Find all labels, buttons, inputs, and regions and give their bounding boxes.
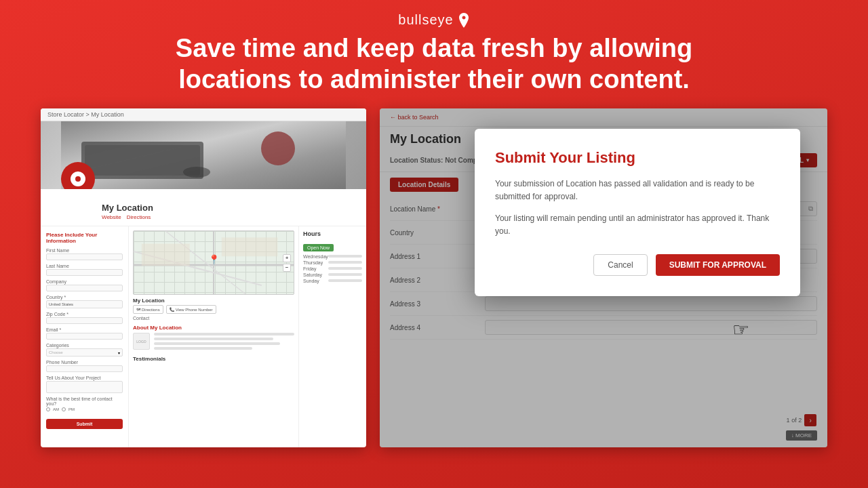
location-header: My Location Website Directions [41,189,366,226]
zoom-out-button[interactable]: − [283,264,291,272]
hours-row-sun: Sunday [303,279,362,283]
lp-body: Please Include Your Information First Na… [41,226,366,447]
modal-text-1: Your submission of Location has passed a… [495,178,780,203]
phone-field: Phone Number [46,360,123,372]
email-label: Email * [46,327,123,332]
zip-label: Zip Code * [46,312,123,317]
pin-icon [458,13,470,28]
phone-label: View Phone Number [176,308,213,312]
contact-label: Contact [133,316,294,321]
modal-text-2: Your listing will remain pending until a… [495,212,780,238]
hours-time-sun [328,279,362,282]
phone-icon: 📞 [170,307,174,312]
project-label: Tell Us About Your Project [46,375,123,380]
hours-time-sat [328,273,362,276]
first-name-input[interactable] [46,253,123,260]
phone-input[interactable] [46,365,123,372]
first-name-label: First Name [46,248,123,253]
directions-icon: 🗺 [136,308,140,312]
left-panel: Store Locator > My Location [41,108,366,447]
categories-label: Categories [46,343,123,348]
phone-label: Phone Number [46,360,123,365]
form-title: Please Include Your Information [46,232,123,244]
hours-row-sat: Saturday [303,272,362,277]
about-logo: LOGO [133,333,150,350]
map-widget[interactable]: 📍 + − [133,230,294,295]
modal-overlay: Submit Your Listing Your submission of L… [380,108,827,447]
company-field: Company [46,279,123,291]
hours-time-thu [328,261,362,264]
day-wed: Wednesday [303,254,328,259]
categories-select[interactable]: Choose ▾ [46,348,123,357]
location-name-left: My Location [102,203,359,213]
am-label: AM [53,407,59,411]
right-panel: ← back to Search My Location Location St… [380,108,827,447]
map-area: 📍 + − My Location 🗺 Directions 📞 View Ph… [129,226,298,447]
day-fri: Friday [303,266,316,271]
open-badge: Open Now [303,244,334,251]
website-link[interactable]: Website [102,214,121,220]
categories-field: Categories Choose ▾ [46,343,123,357]
text-line-2 [154,338,273,340]
hours-time-wed [328,255,362,258]
text-line-4 [154,347,252,350]
hours-row-thu: Thursday [303,260,362,265]
svg-rect-11 [222,237,278,256]
map-location-name: My Location [133,298,294,304]
modal-dialog: Submit Your Listing Your submission of L… [475,129,800,296]
text-line-1 [154,333,294,336]
project-field: Tell Us About Your Project [46,375,123,393]
hours-time-fri [328,267,362,270]
hours-row-wed: Wednesday [303,254,362,259]
location-links: Website Directions [102,214,359,220]
svg-point-4 [261,131,295,165]
modal-title: Submit Your Listing [495,149,780,167]
hours-list: Wednesday Thursday Friday Saturday [303,254,362,283]
country-field: Country * United States [46,295,123,308]
email-input[interactable] [46,333,123,340]
directions-label: Directions [142,308,160,312]
last-name-input[interactable] [46,269,123,276]
testimonials-title: Testimonials [133,356,294,362]
about-text-lines [154,333,294,352]
directions-link[interactable]: Directions [127,214,151,220]
map-controls: + − [283,254,291,272]
email-field: Email * [46,327,123,340]
day-sun: Sunday [303,279,319,283]
pm-label: PM [68,407,75,411]
directions-button[interactable]: 🗺 Directions [133,305,163,314]
breadcrumb: Store Locator > My Location [41,108,366,121]
company-input[interactable] [46,285,123,291]
contact-submit-button[interactable]: Submit [46,419,123,429]
zip-field: Zip Code * [46,312,123,324]
contact-form: Please Include Your Information First Na… [41,226,129,447]
logo-text: bullseye [398,12,453,28]
modal-cancel-button[interactable]: Cancel [593,254,647,276]
zoom-in-button[interactable]: + [283,254,291,262]
company-label: Company [46,279,123,284]
am-radio[interactable] [46,407,50,411]
modal-buttons: Cancel SUBMIT FOR APPROVAL [495,254,780,276]
last-name-label: Last Name [46,264,123,268]
about-title: About My Location [133,325,294,331]
country-select[interactable]: United States [46,300,123,308]
day-sat: Saturday [303,272,322,277]
hero-image: LOGO [41,121,366,189]
hours-title: Hours [303,230,362,237]
project-input[interactable] [46,381,123,393]
country-label: Country * [46,295,123,300]
zip-input[interactable] [46,317,123,324]
contact-time-field: What is the best time of contact you? AM… [46,396,123,411]
first-name-field: First Name [46,248,123,260]
svg-rect-3 [85,145,200,176]
header: bullseye Save time and keep data fresh b… [0,0,868,102]
hours-panel: Hours Open Now Wednesday Thursday Friday [298,226,366,447]
svg-rect-10 [142,244,190,266]
modal-submit-button[interactable]: SUBMIT FOR APPROVAL [656,254,780,276]
phone-button[interactable]: 📞 View Phone Number [166,305,216,314]
map-pin: 📍 [208,254,220,265]
radio-group: AM PM [46,407,123,411]
content-area: Store Locator > My Location [0,102,868,447]
pm-radio[interactable] [62,407,66,411]
last-name-field: Last Name [46,264,123,276]
